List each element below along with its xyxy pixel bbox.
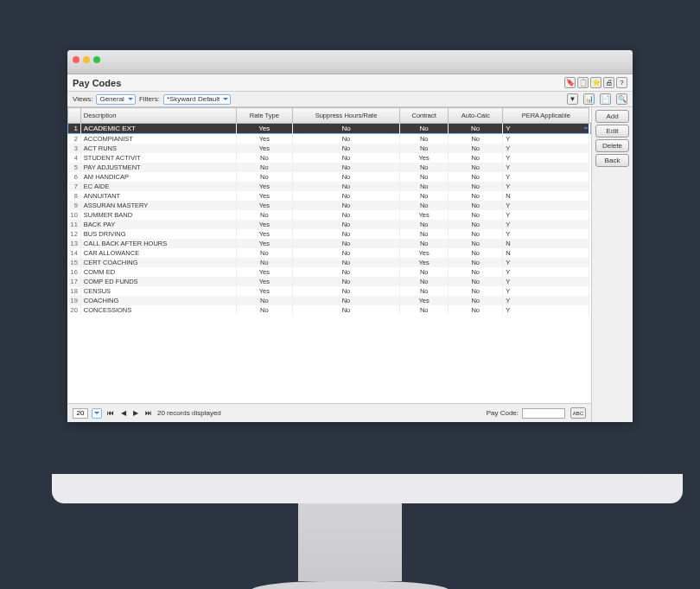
back-button[interactable]: Back bbox=[595, 154, 629, 167]
print-icon[interactable]: 🖨 bbox=[603, 77, 614, 88]
first-page-icon[interactable]: ⏮ bbox=[105, 409, 116, 417]
monitor-bezel bbox=[52, 474, 683, 503]
bookmark-icon[interactable]: 🔖 bbox=[564, 77, 576, 88]
minimize-icon[interactable] bbox=[83, 56, 90, 63]
table-row[interactable]: 5PAY ADJUSTMENTNoNoNoNoY bbox=[68, 163, 591, 172]
next-page-icon[interactable]: ▶ bbox=[131, 409, 140, 417]
last-page-icon[interactable]: ⏭ bbox=[143, 409, 154, 417]
views-select[interactable]: General bbox=[96, 94, 135, 105]
window-chrome bbox=[67, 50, 633, 69]
search-label: Pay Code: bbox=[487, 410, 519, 417]
table-row[interactable]: 6AM HANDICAPNoNoNoNoY bbox=[68, 172, 591, 182]
col-autocalc[interactable]: Auto-Calc bbox=[449, 108, 503, 124]
views-label: Views: bbox=[73, 95, 92, 103]
filters-label: Filters: bbox=[139, 95, 160, 103]
page-size-select[interactable] bbox=[92, 408, 102, 419]
pay-code-search-input[interactable] bbox=[522, 408, 565, 419]
table-row[interactable]: 17COMP ED FUNDSYesNoNoNoY bbox=[68, 277, 591, 286]
col-rate-type[interactable]: Rate Type bbox=[236, 108, 292, 124]
table-empty-space bbox=[67, 315, 591, 403]
add-button[interactable]: Add bbox=[595, 110, 629, 123]
close-icon[interactable] bbox=[73, 56, 80, 63]
help-icon[interactable]: ? bbox=[616, 77, 627, 88]
filter-icon[interactable]: ▼ bbox=[567, 93, 578, 105]
col-rownum[interactable] bbox=[68, 108, 81, 124]
edit-button[interactable]: Edit bbox=[595, 125, 629, 138]
table-row[interactable]: 19COACHINGNoNoYesNoY bbox=[68, 296, 591, 305]
table-row[interactable]: 7EC AIDEYesNoNoNoY bbox=[68, 182, 591, 191]
col-contract[interactable]: Contract bbox=[400, 108, 449, 124]
table-row[interactable]: 8ANNUITANTYesNoNoNoN bbox=[68, 191, 591, 201]
table-row[interactable]: 10SUMMER BANDNoNoYesNoY bbox=[68, 210, 591, 220]
table-row[interactable]: 15CERT COACHINGNoNoYesNoY bbox=[68, 258, 591, 267]
table-row[interactable]: 20CONCESSIONSNoNoNoNoY bbox=[68, 305, 591, 315]
prev-page-icon[interactable]: ◀ bbox=[119, 409, 128, 417]
favorite-icon[interactable]: ⭐ bbox=[590, 77, 601, 88]
chart-icon[interactable]: 📊 bbox=[583, 93, 595, 105]
refresh-icon[interactable]: 🔍 bbox=[616, 93, 627, 105]
maximize-icon[interactable] bbox=[93, 56, 100, 63]
filters-select[interactable]: *Skyward Default bbox=[163, 94, 231, 105]
table-row[interactable]: 1ACADEMIC EXTYesNoNoNoY bbox=[68, 124, 591, 134]
notes-icon[interactable]: 📋 bbox=[577, 77, 589, 88]
table-row[interactable]: 18CENSUSYesNoNoNoY bbox=[68, 286, 591, 296]
table-row[interactable]: 12BUS DRIVINGYesNoNoNoY bbox=[68, 229, 591, 239]
col-pera[interactable]: PERA Applicable bbox=[503, 108, 589, 124]
record-status: 20 records displayed bbox=[157, 409, 221, 417]
col-suppress[interactable]: Suppress Hours/Rate bbox=[292, 108, 399, 124]
export-icon[interactable]: 📄 bbox=[600, 93, 611, 105]
table-row[interactable]: 14CAR ALLOWANCENoNoYesNoN bbox=[68, 248, 591, 258]
monitor-foot bbox=[251, 581, 449, 589]
abc-sort-icon[interactable]: ABC bbox=[570, 407, 586, 419]
page-size-input[interactable] bbox=[73, 408, 88, 419]
monitor-stand bbox=[298, 503, 402, 581]
col-description[interactable]: Description bbox=[80, 108, 236, 124]
table-row[interactable]: 4STUDENT ACTIVITNoNoYesNoY bbox=[68, 153, 591, 163]
delete-button[interactable]: Delete bbox=[595, 139, 629, 152]
table-row[interactable]: 9ASSURAN MASTERYYesNoNoNoY bbox=[68, 201, 591, 210]
table-row[interactable]: 16COMM EDYesNoNoNoY bbox=[68, 267, 591, 277]
table-row[interactable]: 11BACK PAYYesNoNoNoY bbox=[68, 220, 591, 229]
table-row[interactable]: 3ACT RUNSYesNoNoNoY bbox=[68, 144, 591, 153]
pay-codes-table: Description Rate Type Suppress Hours/Rat… bbox=[67, 107, 591, 315]
table-row[interactable]: 2ACCOMPIANISTYesNoNoNoY bbox=[68, 134, 591, 144]
table-row[interactable]: 13CALL BACK AFTER HOURSYesNoNoNoN bbox=[68, 239, 591, 248]
page-title: Pay Codes bbox=[73, 78, 563, 88]
app-window: Pay Codes 🔖 📋 ⭐ 🖨 ? Views: General Filte… bbox=[67, 50, 633, 422]
